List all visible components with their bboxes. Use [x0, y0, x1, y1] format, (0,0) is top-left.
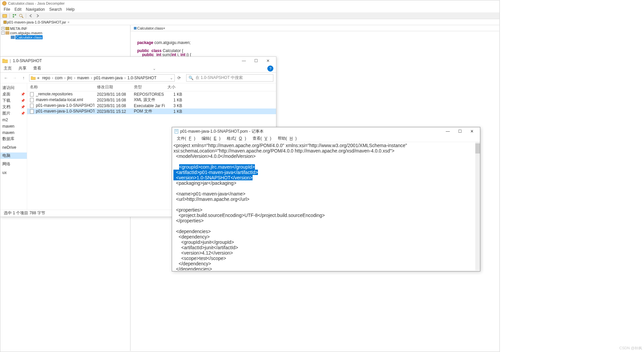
menu-help[interactable]: 帮助(H): [275, 136, 300, 141]
tree-item-package[interactable]: − com.atguigu.maven: [1, 31, 129, 35]
svg-rect-10: [11, 36, 15, 39]
pom-line: </properties>: [173, 218, 204, 223]
notepad-content[interactable]: <project xmlns="http://maven.apache.org/…: [172, 142, 480, 270]
code-tab-item[interactable]: Calculator.class ×: [132, 26, 166, 30]
menu-file[interactable]: 文件(F): [174, 136, 198, 141]
breadcrumb-dropdown-icon[interactable]: ⌄: [170, 76, 173, 80]
menu-edit[interactable]: Edit: [13, 7, 23, 12]
scrollbar[interactable]: [475, 142, 480, 270]
ribbon-tab-share[interactable]: 共享: [18, 65, 26, 71]
notepad-titlebar[interactable]: p01-maven-java-1.0-SNAPSHOT.pom - 记事本 — …: [172, 127, 480, 135]
search-icon: 🔍: [189, 76, 194, 80]
breadcrumb[interactable]: « repo› com› jlrc› maven› p01-maven-java…: [29, 74, 175, 82]
svg-rect-3: [15, 14, 16, 15]
pom-line: <version>4.12</version>: [173, 250, 233, 256]
col-type[interactable]: 类型: [131, 84, 165, 90]
nav-forward-icon[interactable]: [35, 13, 40, 18]
jar-tab-item[interactable]: p01-maven-java-1.0-SNAPSHOT.jar ×: [2, 20, 71, 24]
breadcrumb-item[interactable]: «: [36, 76, 41, 80]
tree-icon[interactable]: [12, 13, 17, 18]
breadcrumb-item[interactable]: maven: [76, 76, 90, 80]
pom-line: <modelVersion>4.0.0</modelVersion>: [173, 153, 256, 159]
search-icon[interactable]: [18, 13, 24, 18]
refresh-icon[interactable]: ⟳: [177, 76, 183, 80]
class-file-icon: [11, 35, 15, 39]
pom-line: <scope>test</scope>: [173, 256, 226, 261]
toolbar-separator-2: [26, 13, 26, 18]
file-row[interactable]: maven-metadata-local.xml2023/8/31 16:08X…: [27, 97, 276, 103]
ribbon-tab-view[interactable]: 查看: [33, 65, 41, 71]
explorer-titlebar[interactable]: | 1.0-SNAPSHOT — ☐ ✕: [0, 57, 276, 64]
nav-forward-icon[interactable]: →: [12, 75, 18, 81]
sidebar-item[interactable]: 下载📌: [0, 97, 27, 104]
scrollbar-thumb[interactable]: [475, 143, 480, 153]
col-date[interactable]: 修改日期: [94, 84, 131, 90]
folder-icon: [2, 58, 8, 63]
nav-back-icon[interactable]: [28, 13, 34, 18]
sidebar-item[interactable]: 图片📌: [0, 110, 27, 117]
sidebar-item-computer[interactable]: 电脑: [0, 152, 27, 159]
svg-rect-7: [4, 21, 6, 24]
minimize-button[interactable]: —: [442, 128, 454, 135]
sidebar-item[interactable]: 桌面📌: [0, 91, 27, 97]
breadcrumb-sep: ›: [124, 76, 126, 80]
svg-rect-12: [30, 92, 34, 96]
ribbon-tab-home[interactable]: 主页: [4, 65, 12, 71]
sidebar-item[interactable]: neDrive: [0, 144, 27, 150]
file-row[interactable]: p01-maven-java-1.0-SNAPSHOT.jar2023/8/31…: [27, 103, 276, 108]
open-file-icon[interactable]: [2, 13, 7, 18]
sidebar-item[interactable]: 文档📌: [0, 104, 27, 110]
col-size[interactable]: 大小: [165, 84, 185, 90]
maximize-button[interactable]: ☐: [454, 128, 466, 135]
breadcrumb-item[interactable]: jlrc: [66, 76, 73, 80]
sidebar-label: 网络: [2, 161, 10, 167]
decompiler-title-text: Calculator.class - Java Decompiler: [8, 1, 65, 5]
close-tab-icon[interactable]: ×: [67, 20, 69, 24]
tree-item-meta-inf[interactable]: + META-INF: [1, 26, 129, 31]
tree-expand-icon[interactable]: +: [1, 27, 5, 30]
menu-search[interactable]: Search: [48, 7, 64, 12]
breadcrumb-item[interactable]: 1.0-SNAPSHOT: [126, 76, 158, 80]
menu-navigation[interactable]: Navigation: [24, 7, 47, 12]
sidebar-item[interactable]: 网络: [0, 161, 27, 167]
close-button[interactable]: ✕: [262, 57, 274, 64]
tree-item-calculator-class[interactable]: Calculator.class: [1, 35, 129, 39]
menu-help[interactable]: Help: [65, 7, 76, 12]
explorer-sidebar: 速访问 桌面📌 下载📌 文档📌 图片📌 m2 maven maven 数据库 n…: [0, 83, 27, 210]
nav-up-icon[interactable]: ↑: [20, 75, 26, 81]
menu-edit[interactable]: 编辑(E): [199, 136, 223, 141]
sidebar-label: 文档: [2, 104, 10, 110]
search-box[interactable]: 🔍 在 1.0-SNAPSHOT 中搜索: [186, 74, 273, 82]
breadcrumb-sep: ›: [64, 76, 65, 80]
menu-view[interactable]: 查看(V): [250, 136, 274, 141]
help-icon[interactable]: ?: [267, 65, 273, 72]
minimize-button[interactable]: —: [238, 57, 250, 64]
tree-collapse-icon[interactable]: −: [1, 31, 5, 35]
pom-line: <url>http://maven.apache.org</url>: [173, 196, 249, 202]
menu-format[interactable]: 格式(O): [224, 136, 249, 141]
ribbon-expand-icon[interactable]: ⌄: [153, 66, 156, 71]
file-row[interactable]: _remote.repositories2023/8/31 16:08REPOS…: [27, 91, 276, 97]
nav-back-icon[interactable]: ←: [3, 75, 9, 81]
sidebar-item[interactable]: 数据库: [0, 136, 27, 142]
sidebar-item[interactable]: m2: [0, 117, 27, 123]
package-icon: [5, 31, 9, 35]
close-button[interactable]: ✕: [466, 128, 478, 135]
sidebar-item[interactable]: maven: [0, 129, 27, 136]
sidebar-item[interactable]: maven: [0, 123, 27, 129]
breadcrumb-item[interactable]: repo: [41, 76, 51, 80]
breadcrumb-item[interactable]: com: [54, 76, 64, 80]
maximize-button[interactable]: ☐: [250, 57, 262, 64]
col-name[interactable]: 名称: [27, 84, 94, 90]
close-tab-icon[interactable]: ×: [163, 26, 165, 30]
window-controls: — ☐ ✕: [238, 57, 274, 64]
file-row[interactable]: p01-maven-java-1.0-SNAPSHOT.pom2023/8/31…: [27, 108, 276, 114]
sidebar-item[interactable]: 速访问: [0, 85, 27, 91]
menu-file[interactable]: File: [2, 7, 12, 12]
breadcrumb-item[interactable]: p01-maven-java: [93, 76, 124, 80]
sidebar-item[interactable]: ux: [0, 169, 27, 176]
app-icon: [2, 1, 7, 6]
svg-point-0: [2, 1, 6, 5]
sidebar-label: 下载: [2, 98, 10, 103]
pom-line: <groupId>junit</groupId>: [173, 239, 234, 245]
